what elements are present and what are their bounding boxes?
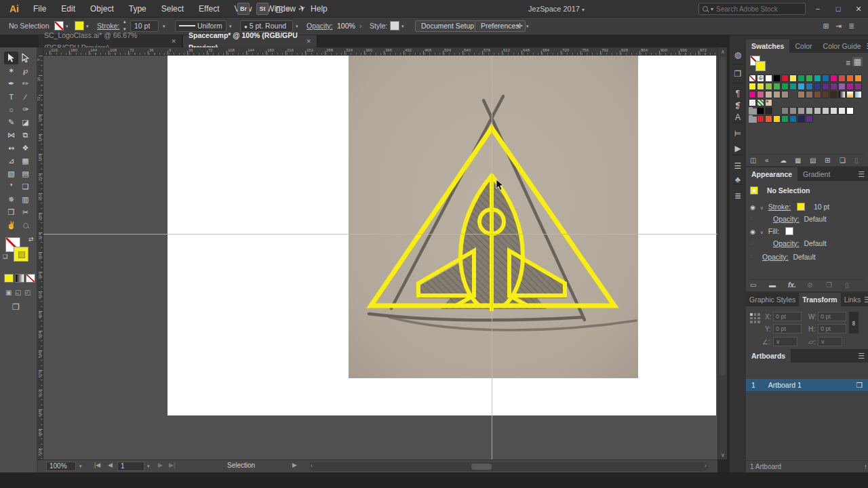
horizontal-ruler[interactable]: 0367210814418021625228832436039643246850… [43, 47, 717, 56]
status-flyout-icon[interactable]: ▶ [292, 462, 297, 468]
pattern-swatch[interactable] [757, 99, 764, 106]
panel-menu-icon[interactable]: ☰ [864, 293, 868, 306]
scroll-down-icon[interactable]: ∨ [718, 452, 728, 458]
gradient-swatch[interactable] [854, 91, 862, 98]
eyedropper-tool[interactable]: ❜ [4, 180, 18, 193]
swatch[interactable] [806, 115, 813, 123]
swatch[interactable] [838, 107, 846, 115]
swatch[interactable] [838, 75, 846, 82]
opacity-label[interactable]: Opacity: [773, 239, 800, 247]
swatch[interactable] [846, 107, 854, 115]
first-artboard-icon[interactable]: |◀ [94, 462, 100, 468]
symbols-panel-icon[interactable]: ◍ [730, 50, 746, 60]
pattern-swatch[interactable] [749, 99, 756, 106]
column-graph-tool[interactable]: ▥ [18, 193, 33, 206]
swatch[interactable] [838, 83, 846, 90]
fill-label[interactable]: Fill: [768, 227, 779, 235]
artboard-list-item[interactable]: 1 Artboard 1 ❒ [746, 379, 868, 391]
scroll-left-icon[interactable]: ‹ [311, 462, 313, 469]
add-effect-icon[interactable]: fx. [788, 281, 796, 289]
arrange-documents-icon[interactable]: ⊞ [823, 22, 836, 30]
zoom-tool[interactable] [18, 219, 33, 232]
swatch[interactable] [822, 91, 829, 98]
swatch[interactable] [806, 75, 813, 82]
swatch[interactable] [806, 91, 813, 98]
swatch[interactable] [773, 75, 781, 82]
vertical-scrollbar[interactable]: ∧ ∨ [717, 47, 727, 460]
add-new-fill-icon[interactable]: ▬ [769, 281, 776, 289]
edit-colors-icon[interactable]: ☁ [780, 157, 787, 164]
artboard-page-icon[interactable]: ❒ [856, 379, 863, 391]
visibility-eye-icon[interactable]: ◌ [750, 239, 753, 246]
stroke-panel-icon[interactable]: ☰ [730, 161, 746, 171]
swatch[interactable] [765, 107, 772, 115]
chevron-down-icon[interactable]: ▾ [401, 18, 404, 35]
swatch[interactable] [830, 107, 837, 115]
visibility-eye-icon[interactable]: ◉ [750, 228, 755, 235]
document-setup-button[interactable]: Document Setup [415, 20, 480, 32]
swatch[interactable] [854, 75, 862, 82]
tab-spacecamp[interactable]: Spacecamp* @ 100% (RGB/GPU Preview) ✕ [183, 35, 317, 47]
free-transform-tool[interactable]: ⧉ [18, 129, 33, 142]
expand-chevron-icon[interactable]: ∨ [760, 230, 764, 235]
swatch[interactable] [781, 107, 789, 115]
tab-gradient[interactable]: Gradient [797, 167, 835, 181]
tab-transform[interactable]: Transform [799, 293, 840, 306]
clear-appearance-icon[interactable]: ⊘ [807, 281, 812, 289]
panel-menu-icon[interactable]: ☰ [858, 349, 868, 363]
rotate-angle-dropdown[interactable]: ∨ [773, 337, 797, 346]
paragraph-panel-icon[interactable]: ¶ [730, 89, 746, 98]
swatch[interactable] [765, 75, 772, 82]
expand-chevron-icon[interactable]: ∨ [760, 205, 764, 210]
direct-selection-tool[interactable] [18, 52, 33, 64]
default-fill-stroke-icon[interactable]: ❏ [3, 253, 7, 260]
horizontal-scroll-thumb[interactable] [471, 464, 492, 470]
brushes-panel-icon[interactable]: ♣ [730, 175, 746, 184]
color-button[interactable] [4, 274, 14, 283]
menu-edit[interactable]: Edit [54, 0, 83, 18]
zoom-level-field[interactable]: 100% [46, 462, 76, 471]
tab-artboards[interactable]: Artboards [746, 349, 791, 363]
minimize-button[interactable]: − [812, 5, 823, 13]
draw-normal-mode-icon[interactable]: ▣ [5, 289, 12, 296]
swatch[interactable] [789, 107, 797, 115]
registration-swatch[interactable]: ⊕ [757, 75, 764, 82]
swatch[interactable] [789, 83, 797, 90]
swatch[interactable] [814, 91, 821, 98]
artboard-name[interactable]: Artboard 1 [768, 381, 802, 389]
pen-tool[interactable]: ✒ [4, 77, 18, 90]
draw-behind-mode-icon[interactable]: ◱ [15, 289, 21, 296]
move-artboard-up-icon[interactable]: ↑ [864, 461, 867, 473]
width-tool[interactable]: ↭ [4, 142, 18, 155]
swatch[interactable] [757, 115, 764, 123]
swatch[interactable] [757, 83, 764, 90]
stroke-proxy-small[interactable] [755, 61, 766, 71]
tab-swatches[interactable]: Swatches [746, 39, 789, 53]
layers-panel-icon[interactable]: ≣ [730, 191, 746, 201]
swatch[interactable] [781, 115, 789, 123]
swatch[interactable] [781, 75, 789, 82]
chevron-down-icon[interactable]: ▾ [526, 18, 529, 35]
stroke-color-swatch[interactable] [797, 203, 805, 211]
vertical-ruler[interactable]: 0367210814418021625228832436039643246850… [37, 56, 43, 460]
artboard-nav-field[interactable]: 1 [117, 462, 144, 471]
scroll-right-icon[interactable]: › [705, 462, 707, 469]
new-swatch-icon[interactable]: ❏ [840, 157, 846, 164]
delete-item-icon[interactable]: ▯ [845, 281, 849, 289]
reflect-tool[interactable]: ⋈ [4, 129, 18, 142]
add-new-stroke-icon[interactable]: ▭ [750, 281, 756, 289]
none-button[interactable] [26, 274, 35, 283]
swatch[interactable] [749, 83, 756, 90]
chevron-down-icon[interactable]: ▾ [79, 464, 82, 469]
visibility-eye-icon[interactable]: ◌ [750, 253, 753, 260]
swatch-libraries-icon[interactable]: ◫ [750, 157, 756, 164]
gradient-swatch[interactable] [838, 91, 846, 98]
gradient-button[interactable] [15, 274, 24, 283]
actions-panel-icon[interactable]: ▶ [730, 144, 746, 153]
stroke-weight-value[interactable]: 10 pt [814, 203, 829, 211]
show-swatch-kinds-icon[interactable]: ▦ [795, 157, 801, 164]
sketch-photo[interactable] [349, 56, 638, 378]
w-field[interactable]: 0 pt [818, 312, 846, 321]
opacity-value[interactable]: 100% [337, 18, 355, 35]
appearance-fill-row[interactable]: ◉ ∨ Fill: [750, 227, 868, 235]
